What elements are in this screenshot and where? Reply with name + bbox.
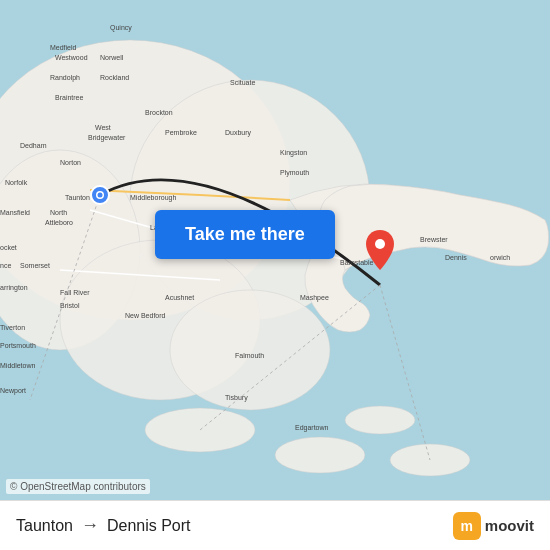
svg-text:Westwood: Westwood bbox=[55, 54, 88, 61]
svg-text:Norwell: Norwell bbox=[100, 54, 124, 61]
svg-text:Barnstable: Barnstable bbox=[340, 259, 374, 266]
svg-text:Attleboro: Attleboro bbox=[45, 219, 73, 226]
svg-text:Duxbury: Duxbury bbox=[225, 129, 252, 137]
svg-text:Kingston: Kingston bbox=[280, 149, 307, 157]
svg-text:arrington: arrington bbox=[0, 284, 28, 292]
svg-text:Braintree: Braintree bbox=[55, 94, 84, 101]
svg-text:ocket: ocket bbox=[0, 244, 17, 251]
svg-text:Mashpee: Mashpee bbox=[300, 294, 329, 302]
svg-text:Medfield: Medfield bbox=[50, 44, 77, 51]
svg-text:Edgartown: Edgartown bbox=[295, 424, 329, 432]
moovit-brand-name: moovit bbox=[485, 517, 534, 534]
svg-text:Bridgewater: Bridgewater bbox=[88, 134, 126, 142]
route-arrow: → bbox=[81, 515, 99, 536]
svg-text:West: West bbox=[95, 124, 111, 131]
svg-text:Taunton: Taunton bbox=[65, 194, 90, 201]
map-attribution: © OpenStreetMap contributors bbox=[6, 479, 150, 494]
svg-text:Brewster: Brewster bbox=[420, 236, 448, 243]
svg-text:New Bedford: New Bedford bbox=[125, 312, 166, 319]
route-summary: Taunton → Dennis Port bbox=[16, 515, 191, 536]
svg-text:Plymouth: Plymouth bbox=[280, 169, 309, 177]
svg-text:Acushnet: Acushnet bbox=[165, 294, 194, 301]
svg-text:orwich: orwich bbox=[490, 254, 510, 261]
svg-text:Rockland: Rockland bbox=[100, 74, 129, 81]
moovit-logo: m moovit bbox=[453, 512, 534, 540]
origin-label: Taunton bbox=[16, 517, 73, 535]
svg-text:Randolph: Randolph bbox=[50, 74, 80, 82]
svg-text:Middleborough: Middleborough bbox=[130, 194, 176, 202]
svg-text:Brockton: Brockton bbox=[145, 109, 173, 116]
svg-point-8 bbox=[275, 437, 365, 473]
svg-text:Norton: Norton bbox=[60, 159, 81, 166]
svg-text:Mansfield: Mansfield bbox=[0, 209, 30, 216]
footer-bar: Taunton → Dennis Port m moovit bbox=[0, 500, 550, 550]
svg-text:Middletown: Middletown bbox=[0, 362, 36, 369]
svg-text:Dedham: Dedham bbox=[20, 142, 47, 149]
svg-text:Scituate: Scituate bbox=[230, 79, 255, 86]
svg-text:Dennis: Dennis bbox=[445, 254, 467, 261]
svg-text:Quincy: Quincy bbox=[110, 24, 132, 32]
map-container: Dedham Quincy Braintree Brockton Scituat… bbox=[0, 0, 550, 500]
svg-text:Newport: Newport bbox=[0, 387, 26, 395]
svg-text:Tiverton: Tiverton bbox=[0, 324, 25, 331]
svg-text:Pembroke: Pembroke bbox=[165, 129, 197, 136]
moovit-icon: m bbox=[453, 512, 481, 540]
svg-text:Portsmouth: Portsmouth bbox=[0, 342, 36, 349]
svg-text:Fall River: Fall River bbox=[60, 289, 90, 296]
svg-text:Somerset: Somerset bbox=[20, 262, 50, 269]
svg-point-9 bbox=[345, 406, 415, 434]
destination-label: Dennis Port bbox=[107, 517, 191, 535]
svg-text:Falmouth: Falmouth bbox=[235, 352, 264, 359]
svg-point-71 bbox=[98, 193, 103, 198]
svg-text:Norfolk: Norfolk bbox=[5, 179, 28, 186]
take-me-there-button[interactable]: Take me there bbox=[155, 210, 335, 259]
svg-text:North: North bbox=[50, 209, 67, 216]
svg-text:nce: nce bbox=[0, 262, 11, 269]
svg-point-6 bbox=[170, 290, 330, 410]
svg-point-72 bbox=[375, 239, 385, 249]
svg-text:Tisbury: Tisbury bbox=[225, 394, 248, 402]
